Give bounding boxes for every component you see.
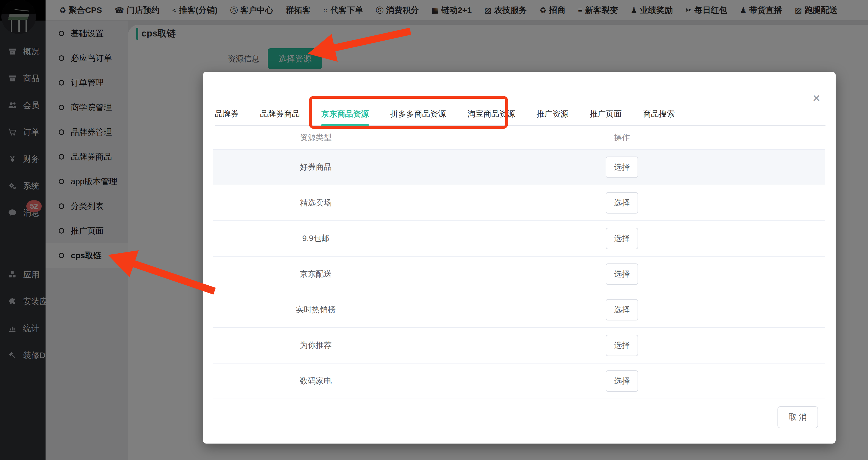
action-cell: 选择	[418, 221, 825, 256]
table-body: 好券商品 选择 精选卖场 选择 9.9包邮	[213, 150, 825, 399]
resource-type-cell: 京东配送	[213, 257, 418, 292]
cancel-button[interactable]: 取 消	[777, 406, 818, 428]
select-button[interactable]: 选择	[606, 157, 638, 178]
resource-picker-modal: × 品牌券 品牌券商品 京东商品资源 拼多多商品资源 淘宝商品资源 推广资源 推…	[203, 72, 836, 443]
select-button[interactable]: 选择	[606, 370, 638, 392]
resource-type-cell: 为你推荐	[213, 328, 418, 363]
table-row: 精选卖场 选择	[213, 185, 825, 221]
action-cell: 选择	[418, 150, 825, 185]
resource-type-cell: 好券商品	[213, 150, 418, 185]
select-button[interactable]: 选择	[606, 228, 638, 249]
select-button[interactable]: 选择	[606, 192, 638, 213]
action-cell: 选择	[418, 328, 825, 363]
column-header-action: 操作	[418, 126, 825, 149]
action-cell: 选择	[418, 363, 825, 399]
resource-tab[interactable]: 推广页面	[590, 105, 622, 126]
resource-tab[interactable]: 商品搜索	[643, 105, 675, 126]
resource-type-cell: 精选卖场	[213, 185, 418, 221]
action-cell: 选择	[418, 292, 825, 327]
resource-type-cell: 实时热销榜	[213, 292, 418, 327]
resource-tab[interactable]: 推广资源	[536, 105, 568, 126]
table-row: 实时热销榜 选择	[213, 292, 825, 328]
resource-tab[interactable]: 品牌券商品	[260, 105, 300, 126]
action-cell: 选择	[418, 185, 825, 221]
table-header-row: 资源类型 操作	[213, 126, 825, 150]
resource-tab[interactable]: 品牌券	[215, 105, 239, 126]
action-cell: 选择	[418, 257, 825, 292]
resource-type-cell: 数码家电	[213, 363, 418, 399]
resource-table: 资源类型 操作 好券商品 选择 精选卖场 选择	[213, 126, 825, 399]
app-root: ♻ 聚合CPS ☎ 门店预约 < 推客(分销) Ⓢ 客户中心	[0, 0, 868, 460]
table-row: 数码家电 选择	[213, 363, 825, 399]
select-button[interactable]: 选择	[606, 263, 638, 285]
table-row: 为你推荐 选择	[213, 328, 825, 363]
table-row: 9.9包邮 选择	[213, 221, 825, 257]
table-row: 京东配送 选择	[213, 257, 825, 292]
column-header-resource-type: 资源类型	[213, 126, 418, 149]
table-row: 好券商品 选择	[213, 150, 825, 185]
select-button[interactable]: 选择	[606, 299, 638, 321]
resource-tabs: 品牌券 品牌券商品 京东商品资源 拼多多商品资源 淘宝商品资源 推广资源 推广页…	[215, 105, 826, 126]
select-button[interactable]: 选择	[606, 335, 638, 356]
close-icon[interactable]: ×	[813, 92, 820, 105]
resource-type-cell: 9.9包邮	[213, 221, 418, 256]
annotation-highlight-box	[309, 96, 508, 129]
